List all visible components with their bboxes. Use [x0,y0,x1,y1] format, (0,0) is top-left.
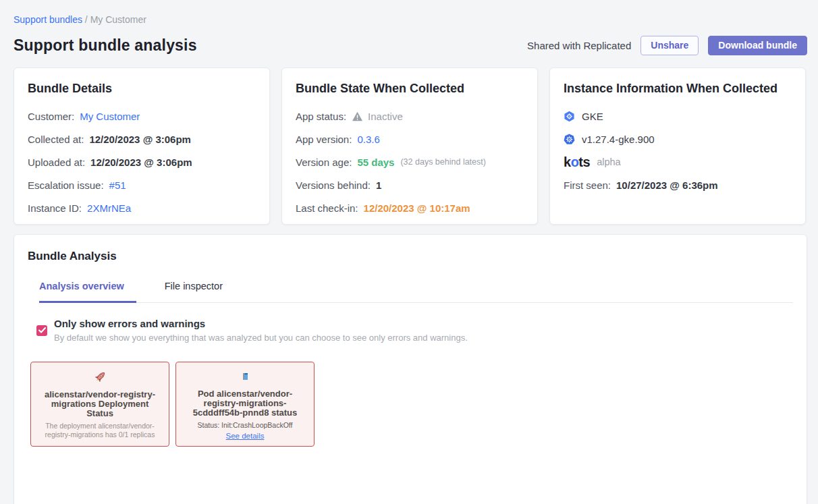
warning-icon [352,111,363,121]
only-errors-checkbox[interactable] [36,325,47,336]
filter-row: Only show errors and warnings By default… [36,318,793,343]
bundle-details-title: Bundle Details [28,82,256,96]
bundle-state-card: Bundle State When Collected App status:I… [281,67,538,225]
kubernetes-icon [564,134,575,145]
analysis-result-card[interactable]: alicenstar/vendor-registry-migrations De… [30,362,169,447]
field-label: Instance ID: [28,202,82,214]
value-link-app-version[interactable]: 0.3.6 [357,134,379,145]
page-title: Support bundle analysis [13,36,197,55]
field-label: Escalation issue: [28,179,104,191]
breadcrumb-separator: / [85,14,88,25]
analysis-result-card[interactable]: Pod alicenstar/vendor-registry-migration… [175,362,315,447]
bundle-details-rows: Customer:My CustomerCollected at:12/20/2… [28,105,256,219]
kots-logo-icon: kots [564,155,590,170]
value-link-customer[interactable]: My Customer [80,111,140,122]
value-versions-behind: 1 [376,179,381,191]
tab-analysis-overview[interactable]: Analysis overview [39,281,136,303]
pod-icon [243,368,248,385]
filter-text-block: Only show errors and warnings By default… [54,318,468,343]
download-bundle-button[interactable]: Download bundle [708,36,807,55]
detail-row-uploaded-at: Uploaded at:12/20/2023 @ 3:06pm [28,150,256,173]
detail-row-version-age: Version age:55 days(32 days behind lates… [296,150,524,173]
result-title: alicenstar/vendor-registry-migrations De… [39,390,161,418]
instance-item-label: alpha [597,157,620,167]
summary-cards-row: Bundle Details Customer:My CustomerColle… [13,67,807,225]
instance-info-title: Instance Information When Collected [564,82,792,96]
page-header: Support bundle analysis Shared with Repl… [13,36,807,55]
shared-status-text: Shared with Replicated [527,40,631,51]
instance-item-distribution: GKE [564,105,792,128]
value-version-age: 55 days [357,157,394,168]
detail-row-app-status: App status:Inactive [296,105,524,128]
rocket-icon [92,369,107,385]
detail-row-last-check-in: Last check-in:12/20/2023 @ 10:17am [296,196,524,219]
instance-info-rows: GKEv1.27.4-gke.900kotsalphaFirst seen:10… [564,105,792,196]
instance-item-label: v1.27.4-gke.900 [582,134,655,145]
field-label: Version age: [296,157,352,168]
instance-item-k8s-version: v1.27.4-gke.900 [564,128,792,150]
field-label: Collected at: [28,134,84,145]
field-label: First seen: [564,179,611,191]
field-label: Customer: [28,111,74,122]
value-note: (32 days behind latest) [400,157,485,167]
value-first-seen: 10/27/2023 @ 6:36pm [616,179,718,191]
detail-row-instance-id: Instance ID:2XMrNEa [28,196,256,219]
kots-logo-ts: ts [578,155,590,169]
gke-icon [564,111,575,122]
detail-row-first-seen: First seen:10/27/2023 @ 6:36pm [564,173,792,196]
field-label: Uploaded at: [28,157,85,168]
detail-row-versions-behind: Versions behind:1 [296,173,524,196]
header-actions: Shared with Replicated Unshare Download … [527,36,807,55]
breadcrumb-support-bundles-link[interactable]: Support bundles [13,14,82,25]
field-label: Last check-in: [296,202,358,214]
bundle-analysis-card: Bundle Analysis Analysis overviewFile in… [13,234,807,504]
instance-item-kots-channel: kotsalpha [564,150,792,173]
bundle-details-card: Bundle Details Customer:My CustomerColle… [13,67,270,225]
field-label: App version: [296,134,352,145]
bundle-state-title: Bundle State When Collected [296,82,524,96]
result-status: Status: Init:CrashLoopBackOff [197,421,292,430]
value-text: Inactive [368,111,403,122]
value-link-instance-id[interactable]: 2XMrNEa [87,202,131,214]
field-label: App status: [296,111,346,122]
value-last-check-in: 12/20/2023 @ 10:17am [364,202,470,214]
detail-row-customer: Customer:My Customer [28,105,256,128]
unshare-button[interactable]: Unshare [640,36,699,55]
result-title: Pod alicenstar/vendor-registry-migration… [184,389,306,418]
detail-row-escalation-issue: Escalation issue:#51 [28,173,256,196]
field-label: Versions behind: [296,179,371,191]
analysis-tabs: Analysis overviewFile inspector [39,281,793,303]
detail-row-collected-at: Collected at:12/20/2023 @ 3:06pm [28,128,256,150]
breadcrumb-current: My Customer [90,14,146,25]
filter-description: By default we show you everything that w… [54,333,468,343]
instance-item-label: GKE [582,111,603,122]
breadcrumb: Support bundles / My Customer [13,14,807,25]
see-details-link[interactable]: See details [226,432,265,440]
kots-logo-k: k [564,155,571,169]
support-bundle-analysis-page: Support bundles / My Customer Support bu… [0,0,818,504]
value-link-escalation-issue[interactable]: #51 [109,179,126,191]
filter-label: Only show errors and warnings [54,318,468,329]
analysis-results-row: alicenstar/vendor-registry-migrations De… [30,362,793,447]
detail-row-app-version: App version:0.3.6 [296,128,524,150]
bundle-state-rows: App status:InactiveApp version:0.3.6Vers… [296,105,524,219]
result-description: The deployment alicenstar/vendor-registr… [39,422,161,439]
kots-logo-o: o [571,155,579,169]
instance-info-card: Instance Information When Collected GKEv… [549,67,806,225]
tab-file-inspector[interactable]: File inspector [165,281,225,303]
bundle-analysis-title: Bundle Analysis [28,250,793,263]
value-collected-at: 12/20/2023 @ 3:06pm [89,134,191,145]
value-app-status: Inactive [352,111,403,122]
value-uploaded-at: 12/20/2023 @ 3:06pm [90,157,192,168]
